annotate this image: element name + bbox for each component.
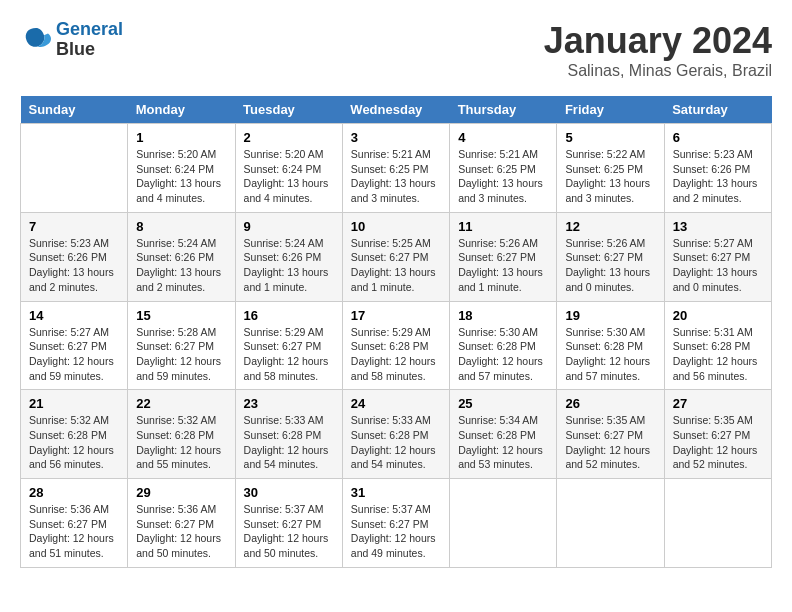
calendar-cell bbox=[557, 479, 664, 568]
day-info: Sunrise: 5:27 AM Sunset: 6:27 PM Dayligh… bbox=[673, 236, 763, 295]
calendar-cell: 23Sunrise: 5:33 AM Sunset: 6:28 PM Dayli… bbox=[235, 390, 342, 479]
day-info: Sunrise: 5:37 AM Sunset: 6:27 PM Dayligh… bbox=[351, 502, 441, 561]
day-number: 29 bbox=[136, 485, 226, 500]
weekday-header-friday: Friday bbox=[557, 96, 664, 124]
calendar-cell: 4Sunrise: 5:21 AM Sunset: 6:25 PM Daylig… bbox=[450, 124, 557, 213]
location: Salinas, Minas Gerais, Brazil bbox=[544, 62, 772, 80]
weekday-header-thursday: Thursday bbox=[450, 96, 557, 124]
calendar-cell: 17Sunrise: 5:29 AM Sunset: 6:28 PM Dayli… bbox=[342, 301, 449, 390]
day-info: Sunrise: 5:37 AM Sunset: 6:27 PM Dayligh… bbox=[244, 502, 334, 561]
day-info: Sunrise: 5:25 AM Sunset: 6:27 PM Dayligh… bbox=[351, 236, 441, 295]
day-number: 19 bbox=[565, 308, 655, 323]
day-number: 22 bbox=[136, 396, 226, 411]
logo-text: General Blue bbox=[56, 20, 123, 60]
calendar-cell: 29Sunrise: 5:36 AM Sunset: 6:27 PM Dayli… bbox=[128, 479, 235, 568]
calendar-week-5: 28Sunrise: 5:36 AM Sunset: 6:27 PM Dayli… bbox=[21, 479, 772, 568]
day-number: 3 bbox=[351, 130, 441, 145]
day-number: 27 bbox=[673, 396, 763, 411]
calendar-cell: 11Sunrise: 5:26 AM Sunset: 6:27 PM Dayli… bbox=[450, 212, 557, 301]
day-number: 8 bbox=[136, 219, 226, 234]
day-number: 7 bbox=[29, 219, 119, 234]
day-number: 17 bbox=[351, 308, 441, 323]
calendar-cell: 19Sunrise: 5:30 AM Sunset: 6:28 PM Dayli… bbox=[557, 301, 664, 390]
day-number: 6 bbox=[673, 130, 763, 145]
day-number: 15 bbox=[136, 308, 226, 323]
calendar-cell: 27Sunrise: 5:35 AM Sunset: 6:27 PM Dayli… bbox=[664, 390, 771, 479]
calendar-week-3: 14Sunrise: 5:27 AM Sunset: 6:27 PM Dayli… bbox=[21, 301, 772, 390]
calendar-cell: 16Sunrise: 5:29 AM Sunset: 6:27 PM Dayli… bbox=[235, 301, 342, 390]
day-info: Sunrise: 5:21 AM Sunset: 6:25 PM Dayligh… bbox=[351, 147, 441, 206]
day-number: 16 bbox=[244, 308, 334, 323]
weekday-header-sunday: Sunday bbox=[21, 96, 128, 124]
day-info: Sunrise: 5:29 AM Sunset: 6:27 PM Dayligh… bbox=[244, 325, 334, 384]
calendar-cell: 18Sunrise: 5:30 AM Sunset: 6:28 PM Dayli… bbox=[450, 301, 557, 390]
weekday-header-wednesday: Wednesday bbox=[342, 96, 449, 124]
day-number: 28 bbox=[29, 485, 119, 500]
calendar-cell bbox=[21, 124, 128, 213]
day-info: Sunrise: 5:36 AM Sunset: 6:27 PM Dayligh… bbox=[136, 502, 226, 561]
day-info: Sunrise: 5:29 AM Sunset: 6:28 PM Dayligh… bbox=[351, 325, 441, 384]
calendar-cell: 7Sunrise: 5:23 AM Sunset: 6:26 PM Daylig… bbox=[21, 212, 128, 301]
month-title: January 2024 bbox=[544, 20, 772, 62]
calendar-cell: 20Sunrise: 5:31 AM Sunset: 6:28 PM Dayli… bbox=[664, 301, 771, 390]
day-info: Sunrise: 5:32 AM Sunset: 6:28 PM Dayligh… bbox=[136, 413, 226, 472]
calendar-cell: 30Sunrise: 5:37 AM Sunset: 6:27 PM Dayli… bbox=[235, 479, 342, 568]
calendar-cell: 5Sunrise: 5:22 AM Sunset: 6:25 PM Daylig… bbox=[557, 124, 664, 213]
logo: General Blue bbox=[20, 20, 123, 60]
day-number: 13 bbox=[673, 219, 763, 234]
day-info: Sunrise: 5:26 AM Sunset: 6:27 PM Dayligh… bbox=[458, 236, 548, 295]
calendar-cell: 9Sunrise: 5:24 AM Sunset: 6:26 PM Daylig… bbox=[235, 212, 342, 301]
weekday-header-tuesday: Tuesday bbox=[235, 96, 342, 124]
day-info: Sunrise: 5:26 AM Sunset: 6:27 PM Dayligh… bbox=[565, 236, 655, 295]
day-number: 31 bbox=[351, 485, 441, 500]
day-number: 18 bbox=[458, 308, 548, 323]
calendar-cell bbox=[664, 479, 771, 568]
calendar-cell: 13Sunrise: 5:27 AM Sunset: 6:27 PM Dayli… bbox=[664, 212, 771, 301]
day-info: Sunrise: 5:32 AM Sunset: 6:28 PM Dayligh… bbox=[29, 413, 119, 472]
day-number: 24 bbox=[351, 396, 441, 411]
calendar-week-2: 7Sunrise: 5:23 AM Sunset: 6:26 PM Daylig… bbox=[21, 212, 772, 301]
day-info: Sunrise: 5:28 AM Sunset: 6:27 PM Dayligh… bbox=[136, 325, 226, 384]
calendar-cell: 8Sunrise: 5:24 AM Sunset: 6:26 PM Daylig… bbox=[128, 212, 235, 301]
day-number: 9 bbox=[244, 219, 334, 234]
page-header: General Blue January 2024 Salinas, Minas… bbox=[20, 20, 772, 80]
logo-icon bbox=[20, 24, 52, 56]
weekday-header-saturday: Saturday bbox=[664, 96, 771, 124]
calendar-cell: 1Sunrise: 5:20 AM Sunset: 6:24 PM Daylig… bbox=[128, 124, 235, 213]
day-number: 11 bbox=[458, 219, 548, 234]
day-info: Sunrise: 5:31 AM Sunset: 6:28 PM Dayligh… bbox=[673, 325, 763, 384]
day-info: Sunrise: 5:33 AM Sunset: 6:28 PM Dayligh… bbox=[244, 413, 334, 472]
day-info: Sunrise: 5:23 AM Sunset: 6:26 PM Dayligh… bbox=[29, 236, 119, 295]
day-number: 21 bbox=[29, 396, 119, 411]
day-info: Sunrise: 5:24 AM Sunset: 6:26 PM Dayligh… bbox=[136, 236, 226, 295]
calendar-cell: 3Sunrise: 5:21 AM Sunset: 6:25 PM Daylig… bbox=[342, 124, 449, 213]
calendar-cell: 31Sunrise: 5:37 AM Sunset: 6:27 PM Dayli… bbox=[342, 479, 449, 568]
day-number: 25 bbox=[458, 396, 548, 411]
day-number: 26 bbox=[565, 396, 655, 411]
day-info: Sunrise: 5:35 AM Sunset: 6:27 PM Dayligh… bbox=[673, 413, 763, 472]
day-info: Sunrise: 5:20 AM Sunset: 6:24 PM Dayligh… bbox=[244, 147, 334, 206]
day-number: 12 bbox=[565, 219, 655, 234]
calendar-cell: 12Sunrise: 5:26 AM Sunset: 6:27 PM Dayli… bbox=[557, 212, 664, 301]
calendar-cell: 28Sunrise: 5:36 AM Sunset: 6:27 PM Dayli… bbox=[21, 479, 128, 568]
day-info: Sunrise: 5:20 AM Sunset: 6:24 PM Dayligh… bbox=[136, 147, 226, 206]
day-info: Sunrise: 5:30 AM Sunset: 6:28 PM Dayligh… bbox=[565, 325, 655, 384]
day-info: Sunrise: 5:34 AM Sunset: 6:28 PM Dayligh… bbox=[458, 413, 548, 472]
day-number: 30 bbox=[244, 485, 334, 500]
day-info: Sunrise: 5:23 AM Sunset: 6:26 PM Dayligh… bbox=[673, 147, 763, 206]
logo-line2: Blue bbox=[56, 40, 123, 60]
weekday-header-row: SundayMondayTuesdayWednesdayThursdayFrid… bbox=[21, 96, 772, 124]
day-number: 23 bbox=[244, 396, 334, 411]
day-info: Sunrise: 5:27 AM Sunset: 6:27 PM Dayligh… bbox=[29, 325, 119, 384]
day-info: Sunrise: 5:24 AM Sunset: 6:26 PM Dayligh… bbox=[244, 236, 334, 295]
day-number: 4 bbox=[458, 130, 548, 145]
calendar-cell: 21Sunrise: 5:32 AM Sunset: 6:28 PM Dayli… bbox=[21, 390, 128, 479]
day-info: Sunrise: 5:33 AM Sunset: 6:28 PM Dayligh… bbox=[351, 413, 441, 472]
day-number: 2 bbox=[244, 130, 334, 145]
day-info: Sunrise: 5:30 AM Sunset: 6:28 PM Dayligh… bbox=[458, 325, 548, 384]
calendar-cell: 22Sunrise: 5:32 AM Sunset: 6:28 PM Dayli… bbox=[128, 390, 235, 479]
calendar-cell: 25Sunrise: 5:34 AM Sunset: 6:28 PM Dayli… bbox=[450, 390, 557, 479]
calendar-cell: 10Sunrise: 5:25 AM Sunset: 6:27 PM Dayli… bbox=[342, 212, 449, 301]
calendar-cell bbox=[450, 479, 557, 568]
calendar-cell: 14Sunrise: 5:27 AM Sunset: 6:27 PM Dayli… bbox=[21, 301, 128, 390]
